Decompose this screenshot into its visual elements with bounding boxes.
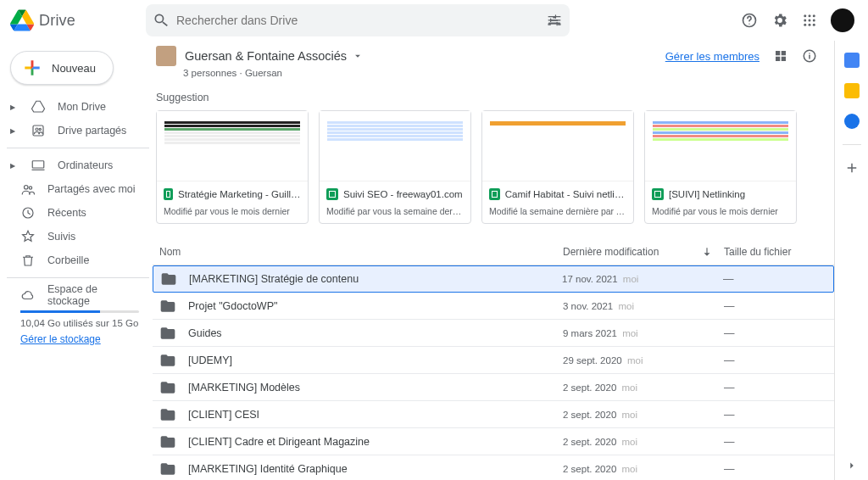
tasks-app-icon[interactable]	[844, 114, 860, 129]
sidebar-item-shared-drives[interactable]: ▶ Drive partagés	[7, 119, 149, 142]
suggestion-card[interactable]: Suivi SEO - freeway01.comModifié par vou…	[319, 110, 471, 224]
shared-icon	[20, 181, 36, 197]
file-modified: 3 nov. 2021 moi	[563, 301, 690, 311]
sidebar-item-label: Partagés avec moi	[47, 183, 136, 195]
file-modified: 9 mars 2021 moi	[563, 328, 690, 338]
dropdown-icon	[352, 50, 364, 62]
col-size[interactable]: Taille du fichier	[724, 246, 834, 258]
star-icon	[20, 229, 36, 244]
shared-drives-icon	[31, 123, 46, 138]
my-drive-icon	[31, 99, 46, 114]
svg-rect-20	[32, 161, 44, 168]
info-icon[interactable]	[802, 48, 817, 64]
search-options-icon[interactable]	[546, 12, 563, 29]
file-row[interactable]: [MARKETING] Stratégie de contenu17 nov. …	[153, 265, 834, 293]
sidebar-item-computers[interactable]: ▶ Ordinateurs	[7, 153, 149, 177]
suggestion-thumbnail	[157, 111, 308, 181]
suggestion-title: Suivi SEO - freeway01.com	[343, 189, 463, 199]
expand-icon[interactable]: ▶	[10, 127, 19, 135]
file-modified: 17 nov. 2021 moi	[562, 274, 689, 284]
search-input[interactable]	[176, 14, 546, 27]
file-size: —	[724, 409, 834, 421]
folder-icon	[159, 406, 176, 423]
suggestion-thumbnail	[482, 111, 633, 181]
file-modified: 2 sept. 2020 moi	[563, 410, 690, 420]
svg-point-29	[809, 53, 810, 54]
svg-rect-2	[548, 23, 561, 24]
add-app-icon[interactable]	[844, 160, 860, 176]
file-name: [UDEMY]	[188, 354, 563, 366]
file-row[interactable]: [UDEMY]29 sept. 2020 moi—	[153, 347, 834, 374]
file-modified: 29 sept. 2020 moi	[563, 355, 690, 366]
manage-members-link[interactable]: Gérer les membres	[665, 50, 760, 63]
suggestion-card[interactable]: [SUIVI] NetlinkingModifié par vous le mo…	[644, 110, 797, 224]
new-button[interactable]: Nouveau	[10, 51, 114, 85]
breadcrumb-title[interactable]: Guersan & Fontaine Associés	[185, 49, 364, 63]
sidebar-item-storage[interactable]: Espace de stockage	[7, 283, 149, 307]
file-size: —	[723, 273, 833, 285]
keep-app-icon[interactable]	[844, 83, 860, 98]
file-modified: 2 sept. 2020 moi	[563, 382, 690, 393]
svg-rect-24	[776, 51, 780, 55]
svg-point-12	[809, 20, 811, 22]
file-row[interactable]: Guides9 mars 2021 moi—	[153, 320, 834, 347]
breadcrumb-subtitle: 3 personnes · Guersan	[183, 68, 834, 78]
col-modified[interactable]: Dernière modification	[563, 246, 690, 258]
apps-icon[interactable]	[802, 13, 817, 28]
file-row[interactable]: [CLIENT] CESI2 sept. 2020 moi—	[153, 401, 834, 428]
suggestion-card[interactable]: Camif Habitat - Suivi netlinkingModifié …	[481, 110, 634, 224]
calendar-app-icon[interactable]	[844, 53, 860, 68]
search-icon	[153, 12, 170, 29]
file-name: [MARKETING] Modèles	[188, 382, 563, 393]
sidebar-item-starred[interactable]: Suivis	[7, 225, 149, 248]
file-row[interactable]: [CLIENT] Cadre et Dirigeant Magazine2 se…	[153, 428, 834, 455]
file-size: —	[724, 300, 834, 312]
file-size: —	[724, 463, 834, 475]
svg-point-15	[809, 24, 811, 26]
col-sort[interactable]	[690, 246, 724, 258]
svg-point-10	[813, 14, 815, 17]
cloud-icon	[20, 287, 36, 303]
help-icon[interactable]	[741, 12, 758, 29]
sidebar-item-label: Suivis	[47, 231, 75, 243]
sidebar-item-label: Corbeille	[47, 254, 89, 266]
svg-rect-3	[555, 14, 556, 19]
breadcrumb-title-text: Guersan & Fontaine Associés	[185, 49, 347, 63]
file-modified: 2 sept. 2020 moi	[563, 437, 690, 447]
account-avatar[interactable]	[831, 8, 854, 32]
storage-widget: 10,04 Go utilisés sur 15 Go Gérer le sto…	[7, 307, 149, 345]
sidebar-item-trash[interactable]: Corbeille	[7, 248, 149, 272]
suggestion-thumbnail	[645, 111, 796, 181]
collapse-panel-icon[interactable]	[846, 460, 858, 472]
suggestion-subtitle: Modifié la semaine dernière par Agathe F…	[482, 206, 633, 223]
sidebar-item-label: Drive partagés	[58, 125, 126, 137]
sidebar: Nouveau ▶ Mon Drive ▶ Drive partagés ▶ O…	[0, 41, 149, 480]
settings-icon[interactable]	[771, 12, 788, 29]
svg-rect-1	[548, 20, 561, 20]
header-actions	[741, 8, 861, 32]
sidebar-item-shared-with-me[interactable]: Partagés avec moi	[7, 177, 149, 201]
grid-view-icon[interactable]	[773, 48, 788, 64]
sidebar-item-recent[interactable]: Récents	[7, 201, 149, 225]
file-size: —	[724, 354, 834, 366]
col-name[interactable]: Nom	[159, 246, 563, 258]
svg-point-14	[804, 24, 806, 26]
app-logo[interactable]: Drive	[10, 8, 146, 32]
expand-icon[interactable]: ▶	[10, 103, 19, 111]
search-box[interactable]	[146, 4, 570, 36]
sheets-icon	[326, 188, 338, 200]
file-row[interactable]: [MARKETING] Modèles2 sept. 2020 moi—	[153, 374, 834, 401]
suggestion-subtitle: Modifié par vous le mois dernier	[157, 206, 308, 223]
trash-icon	[20, 253, 36, 268]
file-name: [CLIENT] CESI	[188, 409, 563, 421]
app-name: Drive	[39, 12, 75, 30]
svg-point-16	[813, 24, 815, 26]
expand-icon[interactable]: ▶	[10, 162, 19, 170]
file-row[interactable]: [MARKETING] Identité Graphique2 sept. 20…	[153, 455, 834, 480]
suggestion-title: Stratégie Marketing - Guillaume G...	[178, 189, 301, 199]
suggestion-card[interactable]: Stratégie Marketing - Guillaume G...Modi…	[156, 110, 309, 224]
manage-storage-link[interactable]: Gérer le stockage	[20, 333, 101, 345]
file-row[interactable]: Projet "GdoctoWP"3 nov. 2021 moi—	[153, 293, 834, 320]
shared-drive-badge-icon	[156, 46, 176, 66]
sidebar-item-my-drive[interactable]: ▶ Mon Drive	[7, 95, 149, 119]
